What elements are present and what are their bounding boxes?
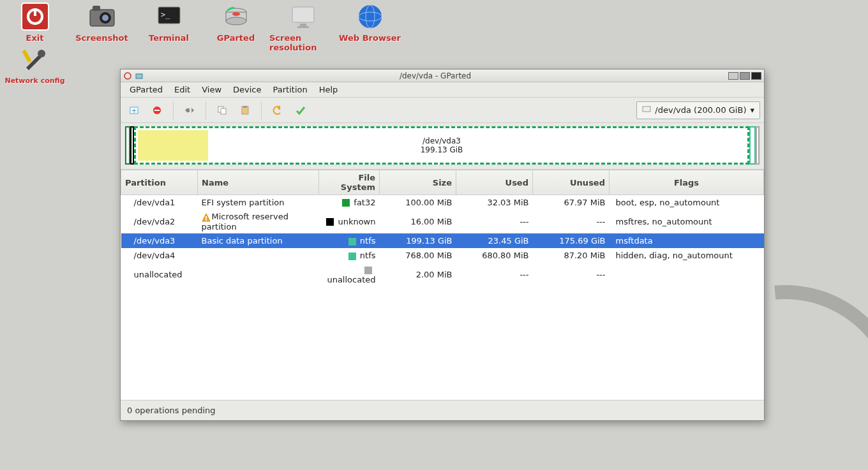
- svg-rect-31: [243, 106, 247, 108]
- svg-point-21: [124, 73, 131, 79]
- cell-used: ---: [456, 263, 533, 286]
- desktop-icon-network[interactable]: Network config: [1, 45, 68, 85]
- svg-rect-20: [22, 50, 31, 62]
- cell-name: [198, 263, 319, 286]
- col-size[interactable]: Size: [380, 170, 456, 195]
- desktop-icon-gparted[interactable]: GParted: [202, 1, 269, 52]
- titlebar[interactable]: /dev/vda - GParted: [121, 70, 764, 82]
- table-row[interactable]: /dev/vda3Basic data partitionntfs199.13 …: [121, 233, 764, 248]
- app-icon: [123, 71, 132, 80]
- cell-used: ---: [456, 210, 533, 234]
- toolbar: + /dev/vda (200.00 GiB) ▾: [121, 98, 764, 123]
- svg-rect-15: [297, 26, 309, 28]
- col-name[interactable]: Name: [198, 170, 319, 195]
- status-text: 0 operations pending: [127, 406, 216, 415]
- cell-size: 16.00 MiB: [380, 210, 456, 234]
- desktop-icon-label: Network config: [4, 77, 64, 85]
- desktop-icon-label: Screenshot: [75, 33, 128, 43]
- partition-seg-unallocated[interactable]: [756, 126, 760, 165]
- cell-fs: fat32: [319, 195, 380, 210]
- tools-icon: [20, 45, 50, 75]
- col-unused[interactable]: Unused: [533, 170, 610, 195]
- disk-small-icon: [135, 71, 144, 80]
- partition-seg-vda1[interactable]: [125, 126, 130, 165]
- copy-button[interactable]: [213, 101, 232, 119]
- partition-seg-size: 199.13 GiB: [421, 145, 463, 154]
- fs-color-chip: [342, 199, 350, 207]
- toolbar-separator: [261, 101, 262, 119]
- cell-fs: unallocated: [319, 263, 380, 286]
- svg-point-12: [226, 17, 246, 25]
- apply-button[interactable]: [291, 101, 310, 119]
- table-row[interactable]: unallocatedunallocated2.00 MiB------: [121, 263, 764, 286]
- table-row[interactable]: /dev/vda2Microsoft reserved partitionunk…: [121, 210, 764, 234]
- col-flags[interactable]: Flags: [610, 170, 764, 195]
- menu-partition[interactable]: Partition: [268, 84, 313, 96]
- cell-size: 199.13 GiB: [380, 233, 456, 248]
- terminal-icon: >_: [154, 1, 184, 32]
- col-partition[interactable]: Partition: [121, 170, 198, 195]
- svg-text:>_: >_: [161, 10, 170, 19]
- partition-seg-label: /dev/vda3: [423, 136, 461, 145]
- svg-point-19: [38, 50, 45, 57]
- cell-partition: unallocated: [121, 263, 198, 286]
- device-selector-label: /dev/vda (200.00 GiB): [655, 105, 746, 115]
- menu-view[interactable]: View: [197, 84, 227, 96]
- camera-icon: [87, 1, 117, 32]
- svg-rect-29: [221, 108, 226, 114]
- table-row[interactable]: /dev/vda1EFI system partitionfat32100.00…: [121, 195, 764, 210]
- cell-flags: [610, 263, 764, 286]
- svg-rect-27: [188, 108, 190, 112]
- cell-size: 2.00 MiB: [380, 263, 456, 286]
- window-maximize-button[interactable]: [740, 72, 750, 80]
- cell-name: [198, 248, 319, 263]
- menu-device[interactable]: Device: [228, 84, 266, 96]
- window-minimize-button[interactable]: [728, 72, 738, 80]
- undo-button[interactable]: [268, 101, 287, 119]
- desktop-icon-screenres[interactable]: Screen resolution: [269, 1, 336, 52]
- menu-gparted[interactable]: GParted: [124, 84, 168, 96]
- resize-move-button[interactable]: [180, 101, 199, 119]
- desktop-icon-screenshot[interactable]: Screenshot: [68, 1, 135, 52]
- svg-rect-14: [300, 24, 306, 26]
- table-row[interactable]: /dev/vda4ntfs768.00 MiB680.80 MiB87.20 M…: [121, 248, 764, 263]
- svg-text:+: +: [131, 106, 137, 115]
- cell-unused: ---: [533, 210, 610, 234]
- cell-fs: ntfs: [319, 233, 380, 248]
- disk-icon: [221, 1, 251, 32]
- partition-seg-vda4[interactable]: [749, 126, 756, 165]
- partition-seg-vda3[interactable]: /dev/vda3 199.13 GiB: [134, 126, 749, 165]
- cell-flags: msftdata: [610, 233, 764, 248]
- status-bar: 0 operations pending: [121, 400, 764, 420]
- cell-used: 680.80 MiB: [456, 248, 533, 263]
- paste-button[interactable]: [236, 101, 255, 119]
- svg-rect-34: [206, 219, 207, 221]
- menu-edit[interactable]: Edit: [169, 84, 195, 96]
- menubar: GParted Edit View Device Partition Help: [121, 82, 764, 98]
- delete-partition-button[interactable]: [147, 101, 167, 119]
- device-selector[interactable]: /dev/vda (200.00 GiB) ▾: [636, 101, 760, 119]
- svg-point-7: [102, 15, 108, 21]
- col-used[interactable]: Used: [456, 170, 533, 195]
- svg-rect-22: [136, 74, 142, 78]
- svg-rect-13: [292, 7, 314, 22]
- menu-help[interactable]: Help: [314, 84, 343, 96]
- svg-rect-3: [34, 8, 36, 16]
- window-close-button[interactable]: [751, 72, 761, 80]
- partition-table[interactable]: Partition Name File System Size Used Unu…: [121, 169, 764, 400]
- monitor-icon: [288, 1, 318, 32]
- drive-icon: [642, 105, 651, 115]
- desktop-icon-label: Screen resolution: [269, 33, 336, 52]
- cell-flags: boot, esp, no_automount: [610, 195, 764, 210]
- svg-rect-33: [206, 216, 207, 219]
- cell-unused: ---: [533, 263, 610, 286]
- globe-icon: [355, 1, 385, 32]
- desktop-icon-webbrowser[interactable]: Web Browser: [336, 1, 403, 52]
- toolbar-separator: [206, 101, 206, 119]
- new-partition-button[interactable]: +: [124, 101, 144, 119]
- desktop-icon-label: Terminal: [149, 33, 189, 43]
- desktop-icon-terminal[interactable]: >_ Terminal: [135, 1, 202, 52]
- col-filesystem[interactable]: File System: [319, 170, 380, 195]
- fs-color-chip: [348, 253, 356, 260]
- cell-unused: 87.20 MiB: [533, 248, 610, 263]
